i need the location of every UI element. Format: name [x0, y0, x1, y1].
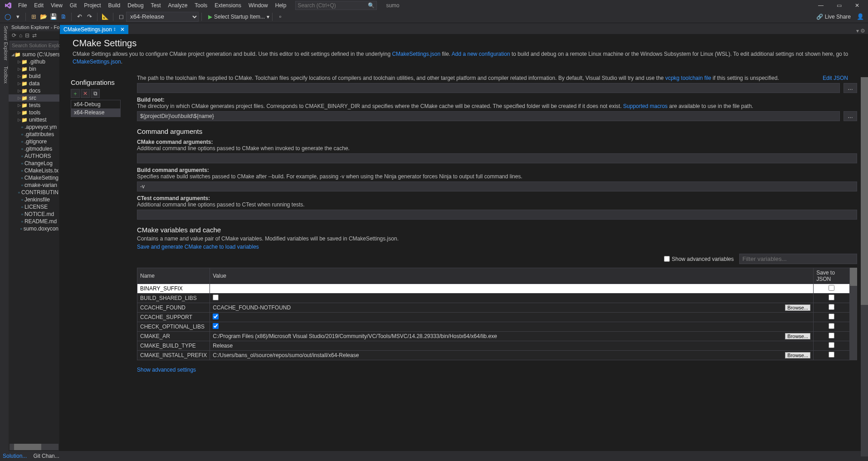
- tree-file[interactable]: ▫.gitignore: [9, 138, 59, 145]
- show-advanced-settings-link[interactable]: Show advanced settings: [137, 367, 196, 373]
- tree-file[interactable]: ▫CMakeSetting: [9, 174, 59, 181]
- tree-file[interactable]: ▫NOTICE.md: [9, 211, 59, 218]
- toolchain-input[interactable]: [137, 83, 840, 93]
- editor-scrollbar[interactable]: [861, 77, 868, 456]
- horizontal-scrollbar[interactable]: [10, 444, 59, 450]
- tabs-overflow[interactable]: ▾ ⚙: [853, 28, 868, 34]
- undo-icon[interactable]: ↶: [75, 13, 83, 21]
- save-json-checkbox[interactable]: [829, 342, 834, 348]
- menu-tools[interactable]: Tools: [191, 1, 211, 10]
- tree-folder-data[interactable]: ▷📁data: [9, 80, 59, 87]
- filter-variables-input[interactable]: [739, 254, 857, 264]
- tree-folder-bin[interactable]: ▷📁bin: [9, 65, 59, 73]
- tree-file[interactable]: ▫AUTHORS: [9, 152, 59, 160]
- tree-file[interactable]: ▫CMakeLists.tx: [9, 167, 59, 174]
- switch-icon[interactable]: ⇄: [32, 32, 37, 39]
- menu-test[interactable]: Test: [147, 1, 165, 10]
- save-json-checkbox[interactable]: [829, 314, 834, 319]
- quick-search-input[interactable]: [297, 2, 368, 9]
- show-advanced-checkbox[interactable]: Show advanced variables: [664, 256, 734, 262]
- home-icon[interactable]: ⌂: [19, 32, 22, 39]
- quick-search[interactable]: 🔍: [295, 1, 377, 10]
- ctest-args-input[interactable]: [137, 210, 857, 220]
- tree-folder-docs[interactable]: ▷📁docs: [9, 87, 59, 94]
- menu-build[interactable]: Build: [105, 1, 124, 10]
- pin-icon[interactable]: ⟟: [114, 27, 116, 32]
- remove-config-button[interactable]: ✕: [81, 89, 90, 98]
- tab-cmakesettings[interactable]: CMakeSettings.json ⟟ ✕: [60, 25, 128, 34]
- config-dropdown[interactable]: x64-Release: [126, 12, 199, 22]
- browse-button[interactable]: Browse...: [785, 352, 810, 358]
- save-json-checkbox[interactable]: [829, 323, 834, 329]
- save-all-icon[interactable]: 🗎: [59, 13, 68, 21]
- sync-icon[interactable]: ⟳: [12, 32, 16, 39]
- col-name[interactable]: Name: [137, 268, 210, 284]
- menu-debug[interactable]: Debug: [124, 1, 147, 10]
- server-explorer-tab[interactable]: Server Explorer: [3, 26, 9, 60]
- tree-file[interactable]: ▫.gitattributes: [9, 131, 59, 138]
- menu-project[interactable]: Project: [80, 1, 104, 10]
- var-row[interactable]: CCACHE_SUPPORT: [137, 313, 850, 322]
- save-icon[interactable]: 💾: [49, 13, 58, 21]
- tree-file[interactable]: ▫sumo.doxycon: [9, 225, 59, 232]
- tree-folder-.github[interactable]: ▷📁.github: [9, 58, 59, 65]
- start-button[interactable]: ▶ Select Startup Item... ▾: [208, 14, 269, 20]
- col-value[interactable]: Value: [210, 268, 814, 284]
- var-row[interactable]: BINARY_SUFFIX: [137, 284, 850, 294]
- target-icon[interactable]: ◻: [117, 13, 125, 21]
- build-args-input[interactable]: [137, 181, 857, 191]
- tree-root[interactable]: ◢📁sumo (C:\Users\b: [9, 51, 59, 58]
- nav-back-icon[interactable]: ◯: [4, 13, 12, 21]
- save-json-checkbox[interactable]: [829, 352, 834, 358]
- close-button[interactable]: ✕: [848, 1, 866, 10]
- account-icon[interactable]: 👤: [856, 13, 864, 21]
- vcpkg-link[interactable]: vcpkg toolchain file: [665, 75, 711, 81]
- tree-folder-src[interactable]: ▷📁src: [9, 94, 59, 102]
- menu-analyze[interactable]: Analyze: [165, 1, 191, 10]
- ruler-icon[interactable]: 📐: [101, 13, 109, 21]
- edit-json-link[interactable]: Edit JSON: [823, 75, 848, 81]
- new-item-icon[interactable]: ⊞: [29, 13, 38, 21]
- save-json-checkbox[interactable]: [829, 285, 834, 291]
- tree-folder-tools[interactable]: ▷📁tools: [9, 109, 59, 116]
- menu-extensions[interactable]: Extensions: [211, 1, 245, 10]
- buildroot-input[interactable]: [137, 111, 840, 121]
- close-tab-icon[interactable]: ✕: [120, 26, 125, 33]
- buildroot-browse-button[interactable]: …: [844, 111, 857, 121]
- var-row[interactable]: CHECK_OPTIONAL_LIBS: [137, 322, 850, 332]
- menu-view[interactable]: View: [47, 1, 66, 10]
- extra-icon[interactable]: ▫: [276, 13, 284, 21]
- menu-file[interactable]: File: [15, 1, 30, 10]
- tree-folder-tests[interactable]: ▷📁tests: [9, 102, 59, 109]
- save-json-checkbox[interactable]: [829, 333, 834, 338]
- cmakesettings-link2[interactable]: CMakeSettings.json: [73, 59, 121, 65]
- minimize-button[interactable]: ―: [812, 1, 830, 10]
- var-bool-value[interactable]: [213, 314, 219, 319]
- maximize-button[interactable]: ▭: [830, 1, 848, 10]
- tree-file[interactable]: ▫cmake-varian: [9, 181, 59, 189]
- cmakesettings-link[interactable]: CMakeSettings.json: [392, 51, 440, 57]
- col-save[interactable]: Save to JSON: [814, 268, 850, 284]
- var-bool-value[interactable]: [213, 323, 219, 329]
- save-cache-link[interactable]: Save and generate CMake cache to load va…: [137, 244, 259, 250]
- tree-folder-unittest[interactable]: ▷📁unittest: [9, 116, 59, 123]
- toolchain-browse-button[interactable]: …: [844, 83, 857, 93]
- toolbox-tab[interactable]: Toolbox: [3, 66, 9, 83]
- cmake-args-input[interactable]: [137, 153, 857, 163]
- config-item-x64-debug[interactable]: x64-Debug: [71, 100, 120, 108]
- tree-folder-build[interactable]: ▷📁build: [9, 73, 59, 80]
- live-share-button[interactable]: 🔗 Live Share: [816, 14, 851, 20]
- save-json-checkbox[interactable]: [829, 304, 834, 310]
- add-config-link[interactable]: Add a new configuration: [452, 51, 510, 57]
- menu-window[interactable]: Window: [245, 1, 272, 10]
- status-solution[interactable]: Solution...: [3, 453, 27, 459]
- tree-file[interactable]: ▫Jenkinsfile: [9, 196, 59, 203]
- browse-button[interactable]: Browse...: [785, 333, 810, 339]
- tree-file[interactable]: ▫.gitmodules: [9, 145, 59, 152]
- var-row[interactable]: CMAKE_ARC:/Program Files (x86)/Microsoft…: [137, 332, 850, 341]
- table-scrollbar[interactable]: [850, 268, 857, 360]
- nav-fwd-icon[interactable]: ▾: [14, 13, 22, 21]
- var-row[interactable]: CMAKE_BUILD_TYPERelease: [137, 341, 850, 351]
- tree-file[interactable]: ▫README.md: [9, 218, 59, 225]
- save-json-checkbox[interactable]: [829, 294, 834, 300]
